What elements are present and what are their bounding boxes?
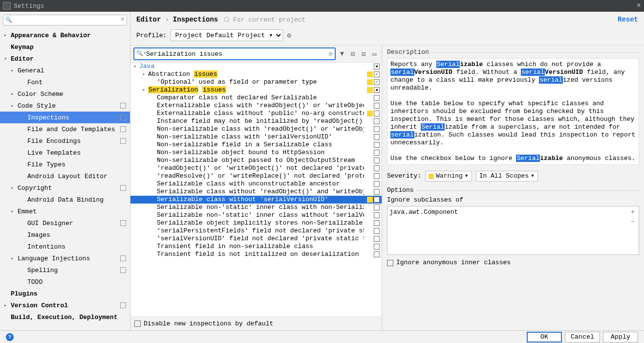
- breadcrumb-editor: Editor: [136, 16, 161, 23]
- sidebar-item[interactable]: Android Layout Editor: [0, 170, 130, 182]
- sidebar-item[interactable]: Plugins: [0, 288, 130, 299]
- inspection-item[interactable]: Transient field in non-serializable clas…: [130, 243, 382, 251]
- sidebar-item[interactable]: ▸General: [0, 65, 130, 76]
- sidebar-item[interactable]: ▾Editor: [0, 53, 130, 65]
- ok-button[interactable]: OK: [527, 332, 562, 343]
- help-icon[interactable]: ?: [6, 333, 14, 341]
- profile-label: Profile:: [136, 32, 167, 39]
- breadcrumb: Editor › Inspections For current project…: [130, 12, 644, 27]
- sidebar-search-input[interactable]: [3, 15, 127, 25]
- sidebar-item[interactable]: Font: [0, 76, 130, 88]
- sidebar-item[interactable]: ▸Version Control: [0, 299, 130, 311]
- profile-row: Profile: Project Default Project ▾ ⚙: [130, 27, 644, 46]
- inspection-item[interactable]: Externalizable class with 'readObject()'…: [130, 102, 382, 110]
- filter-icon[interactable]: ▼: [338, 49, 346, 58]
- inspection-item[interactable]: ▾Abstraction issues: [130, 70, 382, 78]
- inspection-search-input[interactable]: [133, 47, 336, 60]
- add-icon[interactable]: +: [629, 208, 637, 216]
- ignore-anon-label: Ignore anonymous inner classes: [396, 259, 511, 267]
- sidebar-item[interactable]: Live Templates: [0, 147, 130, 159]
- sidebar-item[interactable]: ▸Emmet: [0, 206, 130, 217]
- ignore-anon-checkbox[interactable]: [387, 260, 393, 266]
- sidebar-item[interactable]: ▸Language Injections: [0, 252, 130, 264]
- breadcrumb-inspections: Inspections: [173, 16, 218, 23]
- search-icon: 🔍▾: [136, 50, 147, 56]
- inspection-search[interactable]: 🔍▾ ⊗: [133, 47, 336, 60]
- inspection-item[interactable]: Serializable class without 'readObject()…: [130, 188, 382, 196]
- title-bar: Settings ×: [0, 0, 644, 12]
- chevron-down-icon: ▾: [531, 172, 535, 180]
- settings-tree[interactable]: ▸Appearance & BehaviorKeymap▾Editor▸Gene…: [0, 28, 130, 330]
- options-heading: Options: [387, 186, 639, 194]
- expand-all-icon[interactable]: ⊟: [348, 49, 357, 58]
- inspection-item[interactable]: Serializable non-'static' inner class wi…: [130, 211, 382, 219]
- sidebar-item[interactable]: Intentions: [0, 241, 130, 252]
- sidebar-item[interactable]: ▸Copyright: [0, 182, 130, 194]
- severity-select[interactable]: Warning ▾: [425, 171, 472, 182]
- inspection-item[interactable]: Serializable class with unconstructable …: [130, 180, 382, 188]
- inspection-item[interactable]: Serializable non-'static' inner class wi…: [130, 204, 382, 211]
- collapse-all-icon[interactable]: ⊡: [359, 49, 368, 58]
- remove-icon[interactable]: −: [629, 218, 637, 226]
- inspection-item[interactable]: ▾Serialization issues: [130, 86, 382, 94]
- ignore-anon-row[interactable]: Ignore anonymous inner classes: [387, 258, 639, 268]
- sidebar-item[interactable]: ▸Appearance & Behavior: [0, 29, 130, 41]
- sidebar-item[interactable]: ▸Code Style: [0, 100, 130, 112]
- inspection-item[interactable]: Serializable class without 'serialVersio…: [130, 196, 382, 204]
- description-heading: Description: [387, 48, 639, 56]
- sidebar-item[interactable]: TODO: [0, 276, 130, 288]
- disable-new-checkbox[interactable]: [134, 320, 141, 327]
- sidebar-item[interactable]: GUI Designer: [0, 217, 130, 229]
- reset-icon[interactable]: ▭: [370, 49, 379, 58]
- severity-label: Severity:: [387, 172, 421, 180]
- inspection-item[interactable]: Serializable object implicitly stores no…: [130, 219, 382, 227]
- inspection-item[interactable]: 'Optional' used as field or parameter ty…: [130, 78, 382, 86]
- sidebar-item[interactable]: Android Data Binding: [0, 194, 130, 206]
- clear-icon[interactable]: ×: [121, 16, 125, 23]
- severity-row: Severity: Warning ▾ In All Scopes ▾: [387, 169, 639, 183]
- inspection-item[interactable]: Instance field may not be initialized by…: [130, 117, 382, 125]
- window-title: Settings: [14, 2, 44, 10]
- inspection-item[interactable]: Non-serializable object passed to Object…: [130, 157, 382, 164]
- project-scope-label: For current project: [224, 16, 305, 23]
- list-item[interactable]: java.awt.Component: [389, 208, 458, 216]
- sidebar-item[interactable]: Build, Execution, Deployment: [0, 311, 130, 323]
- inspection-item[interactable]: Non-serializable class with 'readObject(…: [130, 125, 382, 133]
- inspection-item[interactable]: Transient field is not initialized on de…: [130, 251, 382, 258]
- search-icon: 🔍: [5, 17, 12, 23]
- apply-button[interactable]: Apply: [603, 332, 638, 343]
- sidebar-item[interactable]: File Encodings: [0, 135, 130, 147]
- inspection-item[interactable]: 'readResolve()' or 'writeReplace()' not …: [130, 172, 382, 180]
- ignore-subclasses-list[interactable]: java.awt.Component + −: [387, 206, 639, 255]
- sidebar-item[interactable]: Spelling: [0, 264, 130, 276]
- inspection-item[interactable]: ▾Java: [130, 63, 382, 70]
- inspection-item[interactable]: Non-serializable class with 'serialVersi…: [130, 133, 382, 141]
- sidebar-item[interactable]: File and Code Templates: [0, 123, 130, 135]
- sidebar-item[interactable]: Keymap: [0, 41, 130, 53]
- inspection-item[interactable]: 'readObject()' or 'writeObject()' not de…: [130, 164, 382, 172]
- sidebar-item[interactable]: Inspections: [0, 112, 130, 123]
- dialog-footer: ? OK Cancel Apply: [0, 330, 644, 343]
- disable-new-row[interactable]: Disable new inspections by default: [130, 317, 382, 330]
- inspection-item[interactable]: Non-serializable object bound to HttpSes…: [130, 149, 382, 157]
- clear-search-icon[interactable]: ⊗: [328, 49, 333, 59]
- inspection-item[interactable]: 'serialVersionUID' field not declared 'p…: [130, 235, 382, 243]
- close-icon[interactable]: ×: [636, 1, 641, 10]
- inspection-item[interactable]: Comparator class not declared Serializab…: [130, 94, 382, 102]
- gear-icon[interactable]: ⚙: [287, 31, 291, 40]
- inspection-item[interactable]: Non-serializable field in a Serializable…: [130, 141, 382, 149]
- sidebar-item[interactable]: ▸Color Scheme: [0, 88, 130, 100]
- cancel-button[interactable]: Cancel: [565, 332, 600, 343]
- sidebar-item[interactable]: Images: [0, 229, 130, 241]
- inspection-tree[interactable]: ▾Java▾Abstraction issues'Optional' used …: [130, 63, 382, 317]
- sidebar-item[interactable]: File Types: [0, 159, 130, 170]
- inspection-toolbar: 🔍▾ ⊗ ▼ ⊟ ⊡ ▭: [130, 46, 382, 63]
- sidebar-search[interactable]: 🔍 ×: [3, 15, 127, 25]
- inspection-item[interactable]: 'serialPersistentFields' field not decla…: [130, 227, 382, 235]
- profile-select[interactable]: Project Default Project ▾: [171, 29, 283, 41]
- chevron-down-icon: ▾: [465, 172, 469, 180]
- reset-link[interactable]: Reset: [618, 16, 638, 23]
- disable-new-label: Disable new inspections by default: [144, 320, 273, 327]
- inspection-item[interactable]: Externalizable class without 'public' no…: [130, 110, 382, 117]
- scope-select[interactable]: In All Scopes ▾: [476, 171, 538, 182]
